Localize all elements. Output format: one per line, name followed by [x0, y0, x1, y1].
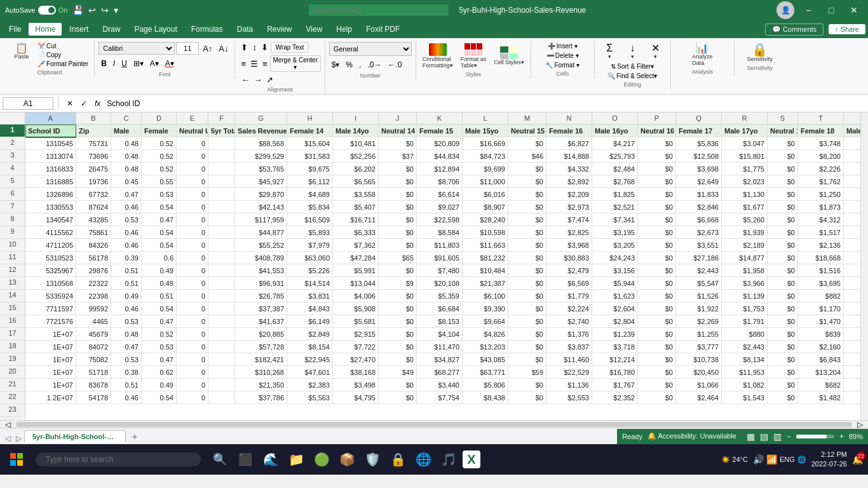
cell-B15[interactable]: 99592 — [76, 302, 111, 315]
cell-O11[interactable]: $24,243 — [592, 252, 638, 264]
col-header-L[interactable]: L — [463, 112, 508, 124]
insert-cells-button[interactable]: ➕Insert ▾ — [546, 42, 580, 50]
cell-U2[interactable]: $1,330 — [844, 137, 860, 150]
cell-Q11[interactable]: $27,186 — [676, 252, 722, 264]
cell-L19[interactable]: $43,085 — [463, 353, 508, 366]
cell-F10[interactable] — [208, 239, 235, 252]
cell-S8[interactable]: $0 — [768, 214, 798, 226]
decimal-decrease-button[interactable]: ←.0 — [385, 58, 404, 71]
cell-H22[interactable]: $5,563 — [287, 391, 333, 404]
cell-S16[interactable]: $0 — [768, 315, 798, 328]
cell-F20[interactable] — [208, 366, 235, 379]
col-header-S[interactable]: S — [768, 112, 798, 124]
cell-R12[interactable]: $1,958 — [722, 264, 768, 277]
cell-T18[interactable]: $2,160 — [798, 341, 844, 353]
cell-O20[interactable]: $16,780 — [592, 366, 638, 379]
scroll-left-button[interactable]: ◁ — [3, 420, 13, 428]
row-num-15[interactable]: 15 — [0, 302, 25, 315]
cell-P16[interactable]: $0 — [638, 315, 676, 328]
cell-P17[interactable]: $0 — [638, 328, 676, 341]
number-format-select[interactable]: General Number Currency Short Date — [329, 42, 412, 56]
menu-item-file[interactable]: File — [3, 23, 27, 36]
cell-N21[interactable]: $1,136 — [546, 379, 592, 391]
start-button[interactable] — [5, 448, 28, 471]
cell-B5[interactable]: 19736 — [76, 175, 111, 188]
cell-F4[interactable] — [208, 163, 235, 175]
cell-D10[interactable]: 0.54 — [142, 239, 177, 252]
cell-O17[interactable]: $1,239 — [592, 328, 638, 341]
cell-L18[interactable]: $13,203 — [463, 341, 508, 353]
cell-N3[interactable]: $14,888 — [546, 150, 592, 163]
cell-H18[interactable]: $8,154 — [287, 341, 333, 353]
taskbar-icon-music[interactable]: 🎵 — [437, 448, 460, 471]
cell-O8[interactable]: $7,341 — [592, 214, 638, 226]
cell-M14[interactable]: $0 — [508, 290, 546, 302]
menu-item-help[interactable]: Help — [330, 23, 358, 36]
cell-U1[interactable]: Male 18yo — [844, 125, 860, 137]
cell-U11[interactable]: $9,607 — [844, 252, 860, 264]
cell-J22[interactable]: $0 — [379, 391, 417, 404]
cell-U6[interactable]: $746 — [844, 188, 860, 201]
text-direction-button[interactable]: ↗ — [264, 74, 275, 85]
cell-C15[interactable]: 0.46 — [111, 302, 142, 315]
cell-ref-input[interactable] — [3, 97, 53, 110]
cell-U20[interactable]: $7,428 — [844, 366, 860, 379]
menu-item-foxit[interactable]: Foxit PDF — [360, 23, 406, 36]
cell-C7[interactable]: 0.46 — [111, 201, 142, 214]
cell-S20[interactable]: $0 — [768, 366, 798, 379]
formula-input[interactable]: School ID — [105, 98, 865, 109]
paste-button[interactable]: 📋 Paste — [9, 42, 34, 61]
cell-K13[interactable]: $20,108 — [417, 277, 463, 290]
cell-O9[interactable]: $3,195 — [592, 226, 638, 239]
cell-S2[interactable]: $0 — [768, 137, 798, 150]
align-left-button[interactable]: ≡ — [239, 55, 248, 72]
cell-R22[interactable]: $1,543 — [722, 391, 768, 404]
cell-G6[interactable]: $29,870 — [235, 188, 287, 201]
cell-O3[interactable]: $25,793 — [592, 150, 638, 163]
col-header-D[interactable]: D — [142, 112, 177, 124]
cell-P1[interactable]: Neutral 16 — [638, 125, 676, 137]
cell-I3[interactable]: $52,256 — [333, 150, 379, 163]
cell-N17[interactable]: $1,376 — [546, 328, 592, 341]
row-num-17[interactable]: 17 — [0, 328, 25, 341]
cell-O5[interactable]: $2,768 — [592, 175, 638, 188]
cell-F19[interactable] — [208, 353, 235, 366]
cell-P21[interactable]: $0 — [638, 379, 676, 391]
cell-C8[interactable]: 0.53 — [111, 214, 142, 226]
cell-T16[interactable]: $1,470 — [798, 315, 844, 328]
cell-I22[interactable]: $4,795 — [333, 391, 379, 404]
cell-I17[interactable]: $2,915 — [333, 328, 379, 341]
cell-F14[interactable] — [208, 290, 235, 302]
cell-R3[interactable]: $15,801 — [722, 150, 768, 163]
cell-E11[interactable]: 0 — [177, 252, 208, 264]
row-num-23[interactable]: 23 — [0, 404, 25, 417]
cell-N11[interactable]: $30,883 — [546, 252, 592, 264]
cell-N14[interactable]: $1,779 — [546, 290, 592, 302]
cell-N4[interactable]: $4,332 — [546, 163, 592, 175]
cell-N6[interactable]: $2,209 — [546, 188, 592, 201]
cell-C9[interactable]: 0.46 — [111, 226, 142, 239]
cell-T4[interactable]: $2,226 — [798, 163, 844, 175]
taskbar-search[interactable] — [36, 452, 201, 466]
cell-M21[interactable]: $0 — [508, 379, 546, 391]
row-num-10[interactable]: 10 — [0, 239, 25, 252]
menu-item-review[interactable]: Review — [261, 23, 298, 36]
col-header-K[interactable]: K — [417, 112, 463, 124]
cell-G11[interactable]: $408,789 — [235, 252, 287, 264]
cell-T2[interactable]: $3,748 — [798, 137, 844, 150]
cell-C18[interactable]: 0.47 — [111, 341, 142, 353]
cell-U3[interactable]: $8,860 — [844, 150, 860, 163]
cell-M7[interactable]: $0 — [508, 201, 546, 214]
cell-I12[interactable]: $5,991 — [333, 264, 379, 277]
cell-O15[interactable]: $2,604 — [592, 302, 638, 315]
cell-N19[interactable]: $11,460 — [546, 353, 592, 366]
cell-E17[interactable]: 0 — [177, 328, 208, 341]
cell-D21[interactable]: 0.49 — [142, 379, 177, 391]
cell-C11[interactable]: 0.39 — [111, 252, 142, 264]
cell-H21[interactable]: $2,383 — [287, 379, 333, 391]
cell-A15[interactable]: 7711597 — [25, 302, 76, 315]
cell-Q4[interactable]: $3,698 — [676, 163, 722, 175]
cell-K20[interactable]: $68,277 — [417, 366, 463, 379]
cell-J16[interactable]: $0 — [379, 315, 417, 328]
row-num-2[interactable]: 2 — [0, 137, 25, 150]
